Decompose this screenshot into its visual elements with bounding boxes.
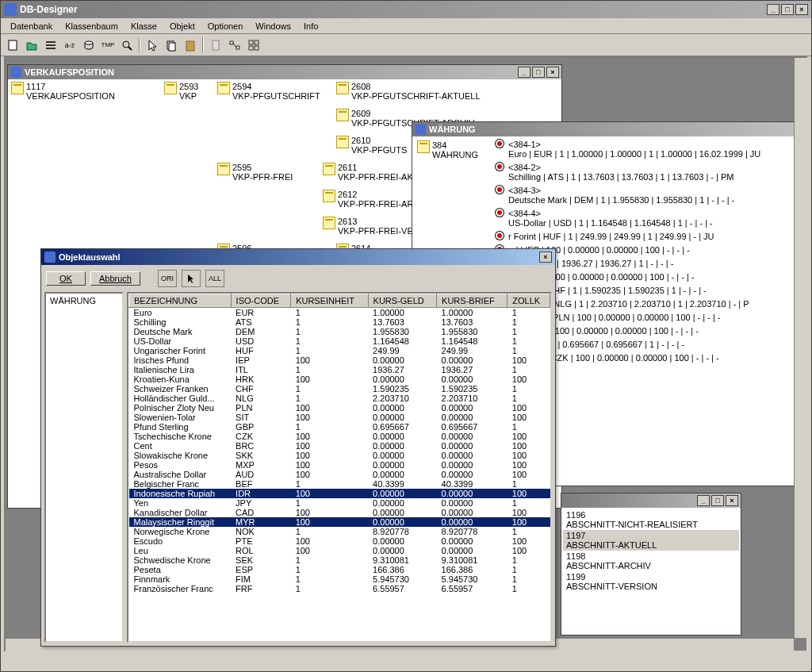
tool-paste-icon[interactable] [182,36,199,54]
table-row[interactable]: EuroEUR11.000001.000001 [129,308,550,318]
table-row[interactable]: LeuROL1000.000000.00000100 [129,546,550,555]
category-label[interactable]: WÄHRUNG [48,295,121,306]
category-panel[interactable]: WÄHRUNG [44,292,124,643]
menu-klasse[interactable]: Klasse [124,20,163,33]
tool-db-icon[interactable] [80,36,98,54]
tool-new-icon[interactable] [4,36,21,54]
waehrung-item[interactable]: r Forint | HUF | 1 | 249.99 | 249.99 | 1… [496,232,760,241]
column-header[interactable]: ZOLLK [508,294,550,308]
table-row[interactable]: YenJPY10.000000.000001 [129,498,550,508]
table-row[interactable]: Slowakische KroneSKK1000.000000.00000100 [129,451,550,460]
list-item[interactable]: 1197ABSCHNITT-AKTUELL [563,530,739,551]
column-header[interactable]: KURSEINHEIT [291,294,368,308]
column-header[interactable]: ISO-CODE [231,294,291,308]
waehrung-item[interactable]: <384-4>US-Dollar | USD | 1 | 1.164548 | … [496,209,760,228]
close-button[interactable]: × [539,252,552,263]
dialog-titlebar[interactable]: Objektauswahl × [41,249,555,265]
waehrung-item[interactable]: <384-1>Euro | EUR | 1 | 1.00000 | 1.0000… [496,140,760,159]
waehrung-item[interactable]: <384-2>Schilling | ATS | 1 | 13.7603 | 1… [496,163,760,182]
table-row[interactable]: Australische DollarAUD1000.000000.000001… [129,470,550,479]
tool-cursor-icon[interactable] [144,36,161,54]
waehrung-item[interactable]: <384-3>Deutsche Mark | DEM | 1 | 1.95583… [496,186,760,205]
tool-relation-icon[interactable] [226,36,243,54]
menu-datenbank[interactable]: Datenbank [4,20,59,33]
main-titlebar[interactable]: DB-Designer _ □ × [1,1,811,18]
maximize-button[interactable]: □ [711,495,724,506]
menu-windows[interactable]: Windows [249,20,297,33]
table-row[interactable]: Holländischer Guld...NLG12.2037102.20371… [129,394,550,403]
table-row[interactable]: Norwegische KroneNOK18.9207788.9207781 [129,527,550,536]
minimize-button[interactable]: _ [697,495,710,506]
list-item[interactable]: 1198ABSCHNITT-ARCHIV [563,551,739,571]
column-header[interactable]: BEZEICHNUNG [129,294,232,308]
table-row[interactable]: CentBRC1000.000000.00000100 [129,441,550,451]
minimize-button[interactable]: _ [767,4,779,15]
tool-doc-icon[interactable] [207,36,224,54]
waehrung-titlebar[interactable]: WÄHRUNG [412,122,799,136]
table-row[interactable]: PesetaESP1166.386166.3861 [129,565,550,574]
all-button[interactable]: ALL [205,270,224,287]
menu-optionen[interactable]: Optionen [201,20,250,33]
table-row[interactable]: FinnmarkFIM15.9457305.9457301 [129,574,550,584]
table-row[interactable]: Irisches PfundIEP1000.000000.00000100 [129,355,550,365]
table-row[interactable]: PesosMXP1000.000000.00000100 [129,460,550,470]
maximize-button[interactable]: □ [781,4,794,15]
abschnitt-list[interactable]: 1196ABSCHNITT-NICHT-REALISIERT1197ABSCHN… [561,508,741,635]
tree-node[interactable]: 2611VKP-PFR-FREI-AKT [321,162,419,182]
tool-tmp-icon[interactable]: TMP [99,36,117,54]
abschnitt-window[interactable]: _ □ × 1196ABSCHNITT-NICHT-REALISIERT1197… [561,493,741,636]
table-row[interactable]: Kanadischer DollarCAD1000.000000.0000010… [129,508,550,517]
table-row[interactable]: Malaysischer RinggitMYR1000.000000.00000… [129,517,550,527]
table-row[interactable]: Slowenien-TolarSIT1000.000000.00000100 [129,413,550,422]
close-button[interactable]: × [726,495,738,506]
close-button[interactable]: × [546,67,559,78]
tree-node[interactable]: 1117VERKAUFSPOSITION [10,81,117,102]
close-button[interactable]: × [795,4,808,15]
tree-node[interactable]: 2610VKP-PFGUTS [335,135,408,156]
currency-table[interactable]: BEZEICHNUNGISO-CODEKURSEINHEITKURS-GELDK… [127,292,552,643]
menu-klassenbaum[interactable]: Klassenbaum [59,20,124,33]
table-row[interactable]: SchillingATS113.760313.76031 [129,317,550,327]
table-row[interactable]: Schwedische KroneSEK19.3100819.3100811 [129,555,550,565]
menu-objekt[interactable]: Objekt [163,20,201,33]
table-row[interactable]: US-DollarUSD11.1645481.1645481 [129,336,550,346]
tool-search-icon[interactable] [118,36,136,54]
ori-button[interactable]: ORI [158,270,177,287]
tree-node[interactable]: 2595VKP-PFR-FREI [216,162,294,182]
tree-node[interactable]: 2608VKP-PFGUTSCHRIFT-AKTUELL [335,81,482,102]
table-row[interactable]: Pfund SterlingGBP10.6956670.6956671 [129,422,550,432]
column-header[interactable]: KURS-GELD [368,294,437,308]
tree-node[interactable]: 2593VKP [163,81,200,102]
tree-node[interactable]: 2594VKP-PFGUTSCHRIFT [216,81,322,102]
cancel-button[interactable]: Abbruch [90,271,140,286]
tool-sort-icon[interactable]: a-z [61,36,79,54]
table-row[interactable]: Belgischer FrancBEF140.339940.33991 [129,479,550,489]
table-row[interactable]: Deutsche MarkDEM11.9558301.9558301 [129,327,550,336]
workspace-vscroll[interactable] [794,58,806,638]
table-row[interactable]: Tschechische KroneCZK1000.000000.0000010… [129,432,550,441]
objektauswahl-dialog[interactable]: Objektauswahl × OK Abbruch ORI ALL WÄHRU… [40,248,556,647]
table-row[interactable]: Ungarischer ForintHUF1249.99249.991 [129,346,550,355]
menu-info[interactable]: Info [297,20,324,33]
table-row[interactable]: Französischer FrancFRF16.559576.559571 [129,584,550,593]
verkaufsposition-titlebar[interactable]: VERKAUFSPOSITION _ □ × [8,65,561,79]
table-row[interactable]: Polnischer Zloty NeuPLN1000.000000.00000… [129,403,550,413]
select-button[interactable] [182,270,201,287]
table-row[interactable]: Kroatien-KunaHRK1000.000000.00000100 [129,374,550,384]
table-row[interactable]: Indonesische RupiahIDR1000.000000.000001… [129,489,550,498]
maximize-button[interactable]: □ [532,67,545,78]
tree-node[interactable]: 2612VKP-PFR-FREI-ARC [321,189,421,209]
list-item[interactable]: 1196ABSCHNITT-NICHT-REALISIERT [563,509,739,530]
abschnitt-titlebar[interactable]: _ □ × [561,493,741,508]
table-row[interactable]: Schweizer FrankenCHF11.5902351.5902351 [129,384,550,394]
tool-open-icon[interactable] [23,36,40,54]
tree-node[interactable]: 2613VKP-PFR-FREI-VER [321,216,421,236]
tool-list-icon[interactable] [42,36,59,54]
minimize-button[interactable]: _ [518,67,530,78]
table-row[interactable]: EscudoPTE1000.000000.00000100 [129,536,550,546]
column-header[interactable]: KURS-BRIEF [437,294,508,308]
tool-copy-icon[interactable] [163,36,180,54]
table-row[interactable]: Italienische LiraITL11936.271936.271 [129,365,550,374]
tool-grid-icon[interactable] [245,36,262,54]
list-item[interactable]: 1199ABSCHNITT-VERSION [563,571,739,592]
